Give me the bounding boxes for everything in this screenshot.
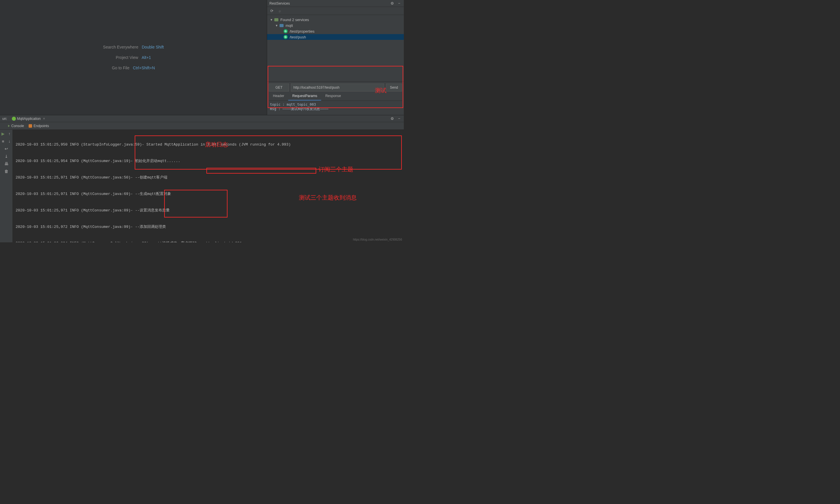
hint-search-everywhere: Search Everywhere Double Shift bbox=[103, 45, 163, 49]
rest-services-panel: RestServices ⚙ − ⟳ ⌕ ▼ Found 2 services … bbox=[267, 0, 404, 115]
soft-wrap-icon[interactable]: ↩ bbox=[3, 146, 9, 151]
hint-shortcut: Double Shift bbox=[142, 45, 163, 49]
editor-empty-state: Search Everywhere Double Shift Project V… bbox=[0, 0, 267, 115]
print-icon[interactable]: 🖶 bbox=[3, 161, 9, 167]
spring-boot-icon bbox=[12, 117, 16, 121]
subtab-endpoints[interactable]: Endpoints bbox=[29, 124, 49, 128]
tree-endpoint-label: /test/push bbox=[290, 35, 306, 39]
annotation-label-subscribe: 订阅三个主题 bbox=[318, 167, 353, 172]
tab-request-params[interactable]: RequestParams bbox=[288, 93, 321, 101]
rest-request-area: GET http://localhost:5197/test/push Send… bbox=[267, 82, 404, 115]
rest-panel-header: RestServices ⚙ − bbox=[267, 0, 404, 7]
run-tool-window: un: MqttApplication × ⚙ − Console Endpoi… bbox=[0, 115, 404, 242]
rerun-icon[interactable]: ▶ bbox=[0, 131, 6, 137]
request-params-body[interactable]: topic : mqtt_topic_003 msg : ————测试mqtt收… bbox=[269, 101, 402, 113]
log-line: 2020-10-03 15:01:25,971 INFO (MqttConsum… bbox=[16, 191, 401, 197]
stop-icon[interactable]: ■ bbox=[0, 138, 6, 144]
hint-label: Go to File bbox=[112, 66, 129, 70]
chevron-down-icon: ▼ bbox=[270, 18, 273, 21]
folder-icon bbox=[274, 17, 279, 22]
hint-shortcut: Alt+1 bbox=[142, 55, 151, 60]
endpoints-icon bbox=[29, 124, 32, 128]
log-line: 2020-10-03 15:01:26,094 INFO (MqttConsum… bbox=[16, 240, 401, 242]
console-output[interactable]: 2020-10-03 15:01:25,950 INFO (StartupInf… bbox=[13, 130, 404, 242]
log-line: 2020-10-03 15:01:25,950 INFO (StartupInf… bbox=[16, 142, 401, 147]
hint-go-to-file: Go to File Ctrl+Shift+N bbox=[112, 66, 155, 70]
log-line: 2020-10-03 15:01:25,954 INFO (MqttConsum… bbox=[16, 158, 401, 164]
run-config-tab[interactable]: MqttApplication × bbox=[10, 116, 47, 121]
minimize-icon[interactable]: − bbox=[397, 116, 402, 121]
chevron-down-icon: ▼ bbox=[275, 24, 278, 27]
watermark: https://blog.csdn.net/weixin_42906256 bbox=[353, 238, 402, 241]
tree-root-label: Found 2 services bbox=[280, 18, 309, 22]
trash-icon[interactable]: 🗑 bbox=[3, 168, 9, 174]
hint-label: Project View bbox=[116, 55, 138, 60]
log-line: 2020-10-03 15:01:25,972 INFO (MqttConsum… bbox=[16, 224, 401, 230]
minimize-icon[interactable]: − bbox=[397, 1, 402, 6]
gear-icon[interactable]: ⚙ bbox=[390, 1, 395, 6]
annotation-box-startup bbox=[135, 136, 402, 169]
url-input[interactable]: http://localhost:5197/test/push bbox=[291, 84, 384, 92]
log-line: 2020-10-03 15:01:25,971 INFO (MqttConsum… bbox=[16, 208, 401, 213]
package-icon bbox=[279, 23, 284, 28]
tree-package-label: mqtt bbox=[285, 23, 293, 28]
scroll-to-end-icon[interactable]: ⤓ bbox=[3, 154, 9, 159]
run-subtabs: Console Endpoints bbox=[0, 122, 404, 130]
down-icon[interactable]: ↓ bbox=[7, 138, 13, 144]
hint-label: Search Everywhere bbox=[103, 45, 138, 49]
send-button[interactable]: Send bbox=[386, 84, 402, 92]
hint-shortcut: Ctrl+Shift+N bbox=[133, 66, 155, 70]
tree-endpoint[interactable]: G /test/properties bbox=[267, 28, 404, 34]
run-header: un: MqttApplication × ⚙ − bbox=[0, 115, 404, 122]
subtab-console-label: Console bbox=[11, 124, 24, 128]
search-icon[interactable]: ⌕ bbox=[278, 9, 282, 13]
log-line: 2020-10-03 15:01:25,971 INFO (MqttConsum… bbox=[16, 175, 401, 180]
get-method-icon: G bbox=[283, 35, 288, 39]
tree-endpoint-selected[interactable]: G /test/push bbox=[267, 34, 404, 40]
run-label: un: bbox=[2, 117, 7, 121]
console-gutter: ▶ ↑ ■ ↓ ↩ ⤓ 🖶 🗑 bbox=[0, 130, 13, 242]
rest-endpoint-tree: ▼ Found 2 services ▼ mqtt G /test/proper… bbox=[267, 15, 404, 41]
tree-package[interactable]: ▼ mqtt bbox=[267, 22, 404, 28]
tab-header[interactable]: Header bbox=[269, 93, 288, 101]
tree-endpoint-label: /test/properties bbox=[290, 29, 315, 34]
play-icon bbox=[8, 125, 10, 127]
refresh-icon[interactable]: ⟳ bbox=[269, 9, 274, 13]
close-icon[interactable]: × bbox=[43, 117, 45, 121]
hint-project-view: Project View Alt+1 bbox=[116, 55, 151, 60]
annotation-box-subscribe bbox=[206, 168, 316, 174]
gear-icon[interactable]: ⚙ bbox=[390, 116, 395, 121]
rest-tabs: Header RequestParams Response bbox=[269, 93, 402, 101]
subtab-console[interactable]: Console bbox=[8, 124, 24, 128]
console-body: ▶ ↑ ■ ↓ ↩ ⤓ 🖶 🗑 2020-10-03 15:01:25,950 … bbox=[0, 130, 404, 242]
run-app-name: MqttApplication bbox=[17, 117, 41, 121]
subtab-endpoints-label: Endpoints bbox=[34, 124, 49, 128]
rest-panel-title: RestServices bbox=[269, 1, 290, 5]
http-method-select[interactable]: GET bbox=[269, 84, 289, 92]
http-method-value: GET bbox=[276, 86, 283, 90]
send-label: Send bbox=[390, 86, 398, 90]
url-value: http://localhost:5197/test/push bbox=[293, 86, 339, 90]
get-method-icon: G bbox=[283, 29, 288, 34]
tab-response[interactable]: Response bbox=[321, 93, 345, 101]
up-icon[interactable]: ↑ bbox=[7, 131, 13, 137]
tree-root[interactable]: ▼ Found 2 services bbox=[267, 17, 404, 22]
rest-toolbar: ⟳ ⌕ bbox=[267, 7, 404, 15]
